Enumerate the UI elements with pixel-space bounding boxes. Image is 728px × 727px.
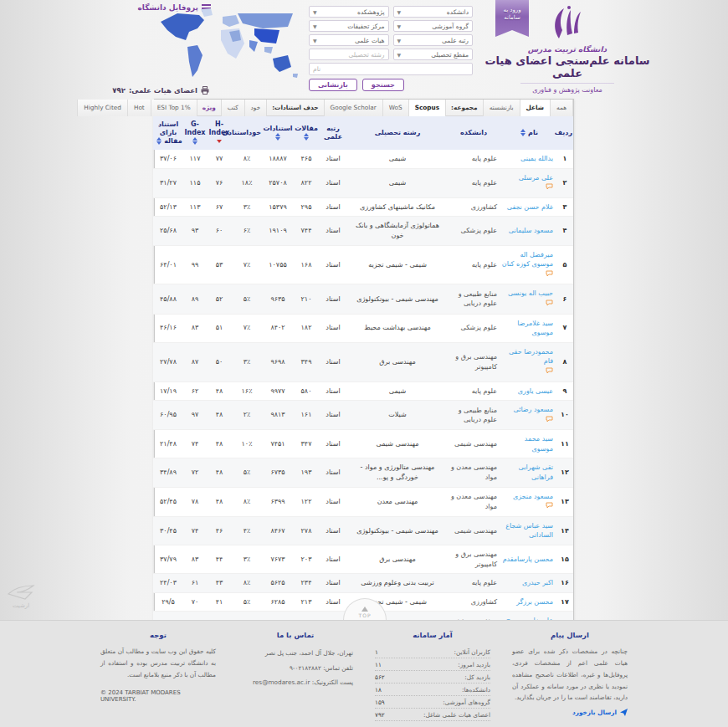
row-citations: ۷۶۷۳: [262, 545, 294, 574]
status-tab[interactable]: شاغل: [520, 100, 550, 116]
special-filter-toggle[interactable]: Hot: [127, 100, 151, 116]
send-feedback-link[interactable]: ارسال بازخورد: [512, 709, 628, 716]
filter-select[interactable]: هیات علمی ▼: [309, 34, 389, 46]
row-field: شیلات: [347, 401, 448, 430]
faculty-member-link[interactable]: عیسی یاوری: [518, 387, 553, 395]
collection-tab[interactable]: Google Scholar: [324, 100, 382, 116]
chevron-down-icon: ▼: [313, 9, 317, 15]
column-header[interactable]: استنادات: [262, 116, 294, 150]
column-header[interactable]: نام: [500, 116, 556, 150]
printer-icon[interactable]: [201, 86, 209, 95]
row-rank: ۲: [556, 168, 573, 197]
collection-tabs: ScopusWoSGoogle Scholar: [324, 100, 447, 116]
login-ribbon[interactable]: ورود به سامانه: [495, 0, 529, 37]
filter-select[interactable]: رتبه علمی ▼: [393, 34, 474, 46]
remove-citation-toggle[interactable]: کتب: [221, 100, 244, 116]
row-degree: استاد: [319, 545, 347, 574]
filter-select[interactable]: پژوهشکده ▼: [309, 6, 389, 18]
site-credit[interactable]: ارشیت: [7, 584, 35, 609]
row-g-index: ۷۴: [183, 430, 207, 458]
sort-icon[interactable]: [304, 133, 309, 141]
collection-tab[interactable]: Scopus: [408, 100, 446, 116]
row-name-cell: علی مرسلی: [500, 168, 556, 197]
column-header[interactable]: رشته تحصیلی: [347, 116, 448, 150]
faculty-member-link[interactable]: حبیب اله یونسی: [508, 289, 553, 297]
row-articles: ۱۶۱: [294, 401, 319, 430]
faculty-member-link[interactable]: مسعود سلیمانی: [509, 227, 553, 234]
row-g-index: ۶۲: [183, 381, 207, 401]
column-header[interactable]: H-Index: [207, 116, 232, 150]
footer-notice-column: توجه کلیه حقوق این وب سایت و مطالب آن مت…: [100, 631, 216, 727]
faculty-member-link[interactable]: مسعود منجزی: [513, 493, 553, 500]
faculty-member-link[interactable]: اکبر حیدری: [522, 579, 553, 586]
faculty-member-link[interactable]: محسن برزگر: [516, 598, 553, 606]
chevron-down-icon: ▼: [313, 38, 317, 44]
faculty-member-link[interactable]: علی مرسلی: [519, 174, 553, 182]
column-header[interactable]: دانشکده: [448, 116, 500, 150]
faculty-member-link[interactable]: سید عباس شجاع الساداتی: [505, 522, 553, 540]
column-header[interactable]: G-Index: [183, 116, 207, 150]
special-filters: ESI Top 1%HotHighly Cited: [77, 100, 197, 116]
row-citations: ۶۲۸۵: [262, 592, 294, 612]
special-filter-toggle[interactable]: Highly Cited: [77, 100, 127, 116]
special-filter-toggle[interactable]: ESI Top 1%: [151, 100, 197, 116]
column-header[interactable]: مقالات: [294, 116, 319, 150]
row-name-cell: حبیب اله یونسی: [500, 284, 556, 314]
collection-label: مجموعه:: [446, 104, 483, 111]
name-input[interactable]: نام: [309, 63, 473, 75]
filter-select[interactable]: مرکز تحقیقات ▼: [309, 20, 389, 32]
column-header[interactable]: رتبه علمی: [319, 116, 347, 150]
filter-buttons: جستجو بازنشانی: [309, 79, 473, 91]
row-articles: ۱۲۲: [294, 487, 319, 516]
sort-icon[interactable]: [520, 129, 525, 136]
chat-bubble-icon[interactable]: [501, 300, 553, 310]
row-citations: ۹۶۹۸: [262, 342, 294, 381]
faculty-member-link[interactable]: یدالله یمینی: [520, 155, 553, 162]
chat-bubble-icon[interactable]: [501, 416, 553, 426]
faculty-member-link[interactable]: غلام حسن نجفی: [507, 203, 553, 211]
faculty-member-link[interactable]: مسعود رضائی: [513, 406, 553, 413]
faculty-member-link[interactable]: میرفضل اله موسوی کوزه کنان: [502, 251, 553, 269]
stat-row: کاربران آنلاین: ۱: [375, 646, 490, 658]
remove-citation-toggle[interactable]: خود: [244, 100, 268, 116]
reset-button[interactable]: بازنشانی: [309, 79, 357, 91]
contact-email[interactable]: پست الکترونیک: res@modares.ac.ir: [238, 675, 353, 690]
row-self-citation: ۷٪: [232, 245, 262, 284]
row-citations-per-article: ۲۹/۵: [153, 592, 183, 612]
faculty-member-link[interactable]: سید محمد موسوی: [525, 435, 553, 453]
filter-select[interactable]: دانشکده ▼: [393, 6, 474, 18]
row-citations-per-article: ۱۷/۱۹: [153, 381, 183, 401]
row-name-cell: عیسی یاوری: [500, 381, 556, 401]
sort-icon[interactable]: [275, 133, 280, 141]
filter-select[interactable]: رشته تحصیلی: [309, 49, 389, 60]
row-citations-per-article: ۵۲/۴۵: [153, 487, 183, 516]
faculty-member-link[interactable]: تقی شهرابی فراهانی: [519, 463, 553, 481]
row-g-index: ۱۱۷: [183, 150, 207, 168]
status-tab[interactable]: همه: [550, 100, 573, 116]
faculty-member-link[interactable]: محمودرضا حقی فام: [509, 348, 553, 366]
world-citation-map[interactable]: [156, 7, 305, 86]
status-tab[interactable]: بازنشسته: [483, 100, 520, 116]
column-header[interactable]: ردیف: [556, 116, 573, 150]
table-row: ۱۱ سید محمد موسوی مهندسی شیمی مهندسی شیم…: [153, 430, 573, 458]
column-header[interactable]: خوداستنادی: [232, 116, 262, 150]
faculty-member-link[interactable]: محسن پارسامقدم: [503, 555, 553, 563]
faculty-member-link[interactable]: سید غلامرضا موسوی: [517, 320, 553, 337]
chat-bubble-icon[interactable]: [501, 502, 553, 512]
row-field: مهندسی معدن: [347, 487, 448, 516]
sort-icon[interactable]: [192, 137, 197, 145]
row-g-index: ۹۳: [183, 217, 207, 245]
filter-select[interactable]: مقطع تحصیلی ▼: [393, 49, 474, 60]
row-citations-per-article: ۴۶/۱۶: [153, 314, 183, 342]
chat-bubble-icon[interactable]: [501, 183, 553, 193]
university-logo: [549, 5, 586, 40]
row-field: مکانیک ماشینهای کشاورزی: [347, 197, 448, 217]
chat-bubble-icon[interactable]: [501, 367, 553, 377]
sort-desc-icon[interactable]: [217, 140, 222, 143]
collection-tab[interactable]: WoS: [382, 100, 408, 116]
sort-icon[interactable]: [156, 137, 161, 145]
column-header[interactable]: استناد بازای مقاله: [153, 116, 183, 150]
filter-select[interactable]: گروه آموزشی ▼: [393, 20, 474, 32]
search-button[interactable]: جستجو: [362, 79, 404, 91]
chat-bubble-icon[interactable]: [501, 270, 553, 280]
